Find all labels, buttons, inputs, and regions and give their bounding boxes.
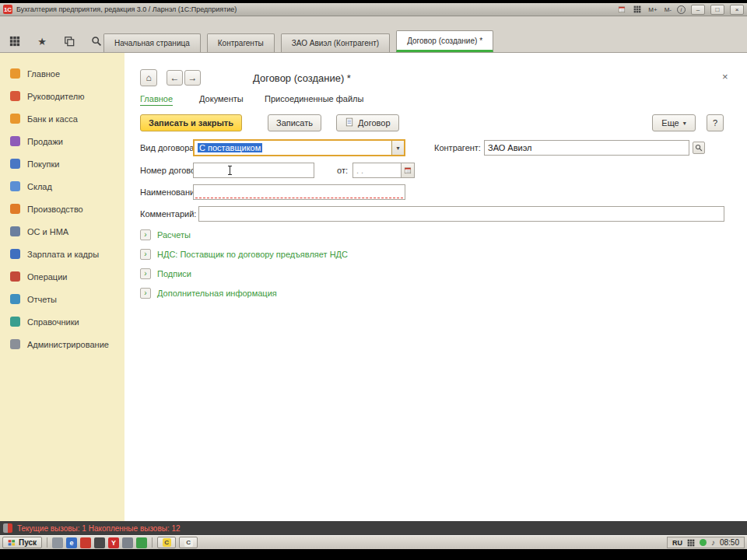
sidebar-item-spravochniki[interactable]: Справочники — [0, 310, 124, 333]
window-title: Бухгалтерия предприятия, редакция 3.0 / … — [16, 5, 237, 13]
main-menu-icon[interactable] — [6, 34, 23, 48]
sidebar-item-pokupki[interactable]: Покупки — [0, 152, 124, 175]
expand-arrow-icon[interactable]: › — [140, 268, 151, 279]
quicklaunch-app-icon[interactable] — [80, 537, 91, 548]
required-field-marker — [195, 198, 403, 198]
1c-logo-icon: 1С — [3, 5, 12, 14]
section-label[interactable]: НДС: Поставщик по договору предъявляет Н… — [157, 250, 348, 259]
tab-zao-aviel[interactable]: ЗАО Авиэл (Контрагент) — [281, 33, 390, 52]
more-button[interactable]: Еще ▾ — [652, 114, 696, 131]
section-podpisi[interactable]: › Подписи — [140, 268, 191, 279]
sidebar-item-label: Справочники — [27, 317, 79, 327]
save-button[interactable]: Записать — [268, 114, 321, 131]
formtab-prisoedinennye-fayly[interactable]: Присоединенные файлы — [265, 94, 363, 103]
sidebar-item-label: ОС и НМА — [27, 227, 68, 236]
bank-section-icon — [10, 114, 20, 124]
section-raschety[interactable]: › Расчеты — [140, 229, 191, 240]
tab-label: Начальная страница — [114, 39, 190, 47]
keyboard-icon[interactable] — [687, 539, 695, 547]
formtab-glavnoe[interactable]: Главное — [140, 94, 173, 106]
sidebar-item-rukovoditelyu[interactable]: Руководителю — [0, 85, 124, 107]
section-nds[interactable]: › НДС: Поставщик по договору предъявляет… — [140, 249, 348, 260]
1c-window-button[interactable]: С — [179, 537, 198, 548]
quicklaunch-app-icon[interactable] — [52, 537, 63, 548]
start-button[interactable]: Пуск — [2, 537, 42, 548]
back-button[interactable]: ← — [167, 70, 183, 86]
sidebar-item-glavnoe[interactable]: Главное — [0, 62, 124, 85]
volume-icon[interactable]: ♪ — [711, 538, 715, 547]
sidebar-item-os-i-nma[interactable]: ОС и НМА — [0, 220, 124, 243]
counterparty-field[interactable]: ЗАО Авиэл — [484, 140, 689, 156]
1c-app-icon: С — [184, 538, 193, 547]
info-icon[interactable]: i — [677, 5, 686, 14]
quicklaunch-app-icon[interactable] — [94, 537, 105, 548]
text-cursor — [230, 166, 230, 175]
taskbar-divider — [152, 537, 153, 548]
close-form-icon[interactable]: × — [722, 71, 728, 82]
maximize-button[interactable]: □ — [710, 5, 724, 15]
tab-kontragenty[interactable]: Контрагенты — [207, 33, 275, 52]
chevron-down-icon[interactable]: ▾ — [391, 141, 404, 155]
sidebar-item-operatsii[interactable]: Операции — [0, 265, 124, 288]
name-input[interactable] — [193, 184, 405, 200]
sidebar-item-prodazhi[interactable]: Продажи — [0, 130, 124, 152]
comment-input[interactable] — [198, 206, 724, 222]
memory-plus-button[interactable]: M+ — [647, 6, 658, 13]
screen: 1С Бухгалтерия предприятия, редакция 3.0… — [0, 0, 747, 560]
counterparty-value: ЗАО Авиэл — [488, 143, 531, 152]
help-label: ? — [713, 118, 717, 128]
section-label[interactable]: Дополнительная информация — [157, 289, 277, 298]
counterparty-label: Контрагент: — [434, 140, 481, 156]
tab-nachalnaya-stranitsa[interactable]: Начальная страница — [103, 33, 201, 52]
home-button[interactable]: ⌂ — [140, 69, 157, 86]
section-label[interactable]: Подписи — [157, 269, 191, 278]
performance-statusbar: Текущие вызовы: 1 Накопленные вызовы: 12 — [0, 521, 747, 535]
language-indicator[interactable]: RU — [672, 539, 682, 547]
counterparty-open-button[interactable] — [693, 142, 705, 154]
open-windows-icon[interactable] — [61, 34, 78, 48]
close-window-button[interactable]: × — [730, 5, 744, 15]
sidebar-item-proizvodstvo[interactable]: Производство — [0, 198, 124, 220]
tab-label: Договор (создание) * — [407, 37, 482, 45]
sidebar-item-zarplata-i-kadry[interactable]: Зарплата и кадры — [0, 243, 124, 265]
contract-kind-field[interactable]: С поставщиком ▾ — [193, 139, 405, 156]
1c-window-button[interactable]: С — [157, 537, 176, 548]
section-label[interactable]: Расчеты — [157, 230, 191, 240]
system-tray: RU ♪ 08:50 — [667, 537, 745, 548]
quicklaunch-app-icon[interactable]: e — [66, 537, 77, 548]
antivirus-tray-icon[interactable] — [700, 539, 707, 546]
sidebar-item-label: Администрирование — [27, 340, 109, 349]
sidebar-item-bank-i-kassa[interactable]: Банк и касса — [0, 107, 124, 130]
sidebar-item-label: Руководителю — [27, 92, 84, 101]
forward-button[interactable]: → — [184, 70, 201, 86]
minimize-button[interactable]: – — [691, 5, 705, 15]
date-placeholder: . . — [356, 166, 363, 175]
windows-taskbar: Пуск e Y С С RU ♪ 08:50 — [0, 535, 747, 549]
section-dop-info[interactable]: › Дополнительная информация — [140, 288, 277, 299]
contract-date-input[interactable]: . . — [352, 163, 415, 178]
contract-number-input[interactable] — [193, 163, 314, 178]
sidebar-item-sklad[interactable]: Склад — [0, 175, 124, 198]
formtab-dokumenty[interactable]: Документы — [199, 94, 244, 103]
favorites-star-icon[interactable]: ★ — [33, 34, 51, 48]
calendar-picker-icon[interactable] — [401, 163, 414, 177]
quicklaunch-app-icon[interactable] — [122, 537, 133, 548]
search-icon[interactable] — [88, 34, 105, 48]
contract-form: ⌂ ← → Договор (создание) * × Главное Док… — [124, 53, 747, 521]
quicklaunch-app-icon[interactable]: Y — [108, 537, 119, 548]
memory-minus-button[interactable]: M- — [663, 6, 673, 13]
expand-arrow-icon[interactable]: › — [140, 249, 151, 260]
tabstrip-tools: ★ — [6, 34, 105, 48]
calculator-icon[interactable] — [631, 5, 643, 15]
save-and-close-button[interactable]: Записать и закрыть — [140, 114, 242, 131]
help-button[interactable]: ? — [707, 114, 724, 131]
tab-dogovor-sozdanie[interactable]: Договор (создание) * — [396, 30, 493, 52]
save-and-close-label: Записать и закрыть — [149, 118, 233, 128]
sidebar-item-otchety[interactable]: Отчеты — [0, 288, 124, 310]
sidebar-item-administrirovanie[interactable]: Администрирование — [0, 333, 124, 355]
quicklaunch-app-icon[interactable] — [136, 537, 147, 548]
expand-arrow-icon[interactable]: › — [140, 288, 151, 299]
expand-arrow-icon[interactable]: › — [140, 229, 151, 240]
calendar-icon[interactable] — [615, 5, 627, 15]
contract-button[interactable]: Договор — [336, 114, 399, 131]
